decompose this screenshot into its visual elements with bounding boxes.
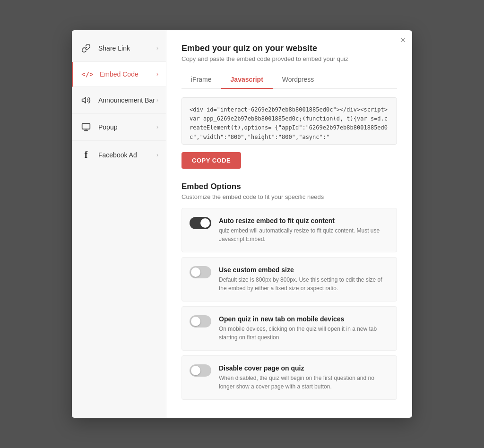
embed-options-description: Customize the embed code to fit your spe… <box>182 193 397 200</box>
option-item-disable-cover: Disable cover page on quiz When disabled… <box>182 355 397 400</box>
option-label-custom-size: Use custom embed size <box>219 266 389 274</box>
option-desc-auto-resize: quiz embed will automatically resize to … <box>219 226 389 243</box>
svg-rect-1 <box>82 124 90 129</box>
toggle-track-new-tab <box>190 315 211 327</box>
chevron-icon: › <box>156 152 158 158</box>
toggle-new-tab[interactable] <box>190 315 211 327</box>
toggle-thumb-auto-resize <box>200 218 210 228</box>
close-button[interactable]: × <box>400 36 406 44</box>
sidebar-item-popup-label: Popup <box>98 123 156 131</box>
option-desc-custom-size: Default size is 800px by 800px. Use this… <box>219 276 389 293</box>
code-block: <div id="interact-6269e2b97eb8b8001885ed… <box>182 97 397 145</box>
copy-code-button[interactable]: COPY CODE <box>182 152 241 169</box>
embed-code-icon: </> <box>81 70 94 78</box>
sidebar-item-share-link-label: Share Link <box>98 44 156 52</box>
tab-javascript[interactable]: Javascript <box>221 71 273 88</box>
tab-bar: iFrame Javascript Wordpress <box>182 71 397 89</box>
sidebar-item-embed-code-label: Embed Code <box>100 70 156 78</box>
announcement-icon <box>79 95 93 105</box>
toggle-disable-cover[interactable] <box>190 364 211 377</box>
toggle-thumb-custom-size <box>191 267 200 277</box>
sidebar-item-announcement-bar-label: Announcement Bar <box>98 96 156 104</box>
option-desc-new-tab: On mobile devices, clicking on the quiz … <box>219 325 389 342</box>
chevron-icon: › <box>156 45 158 52</box>
main-content: × Embed your quiz on your website Copy a… <box>166 30 412 418</box>
option-item-auto-resize: Auto resize embed to fit quiz content qu… <box>182 208 397 252</box>
main-title: Embed your quiz on your website <box>182 43 397 53</box>
toggle-track-custom-size <box>190 266 211 278</box>
modal-overlay: Share Link › </> Embed Code › Announc <box>0 0 484 448</box>
embed-options-title: Embed Options <box>182 182 397 191</box>
sidebar: Share Link › </> Embed Code › Announc <box>72 30 166 418</box>
modal: Share Link › </> Embed Code › Announc <box>72 30 412 418</box>
toggle-auto-resize[interactable] <box>190 217 211 229</box>
option-text-new-tab: Open quiz in new tab on mobile devices O… <box>219 315 389 342</box>
options-list: Auto resize embed to fit quiz content qu… <box>182 208 397 400</box>
chevron-icon: › <box>156 71 158 78</box>
link-icon <box>79 43 93 53</box>
toggle-custom-size[interactable] <box>190 266 211 278</box>
option-label-auto-resize: Auto resize embed to fit quiz content <box>219 217 389 224</box>
option-label-new-tab: Open quiz in new tab on mobile devices <box>219 315 389 323</box>
sidebar-item-announcement-bar[interactable]: Announcement Bar › <box>72 87 166 114</box>
facebook-icon: f <box>79 149 93 160</box>
chevron-icon: › <box>156 124 158 130</box>
main-description: Copy and paste the embed code provded to… <box>182 55 397 62</box>
sidebar-item-popup[interactable]: Popup › <box>72 114 166 141</box>
toggle-thumb-disable-cover <box>191 366 200 375</box>
toggle-thumb-new-tab <box>191 317 200 326</box>
popup-icon <box>79 122 93 132</box>
toggle-track-disable-cover <box>190 364 211 377</box>
option-label-disable-cover: Disable cover page on quiz <box>219 364 389 372</box>
toggle-track-auto-resize <box>190 217 211 229</box>
option-desc-disable-cover: When disabled, the quiz will begin on th… <box>219 374 389 391</box>
tab-iframe[interactable]: iFrame <box>182 71 221 88</box>
option-text-auto-resize: Auto resize embed to fit quiz content qu… <box>219 217 389 243</box>
tab-wordpress[interactable]: Wordpress <box>273 71 323 88</box>
option-item-new-tab: Open quiz in new tab on mobile devices O… <box>182 306 397 351</box>
sidebar-item-facebook-ad-label: Facebook Ad <box>98 151 156 159</box>
option-text-custom-size: Use custom embed size Default size is 80… <box>219 266 389 293</box>
sidebar-item-facebook-ad[interactable]: f Facebook Ad › <box>72 141 166 169</box>
option-item-custom-size: Use custom embed size Default size is 80… <box>182 257 397 302</box>
svg-marker-0 <box>82 97 86 103</box>
sidebar-item-share-link[interactable]: Share Link › <box>72 35 166 62</box>
option-text-disable-cover: Disable cover page on quiz When disabled… <box>219 364 389 391</box>
chevron-icon: › <box>156 97 158 103</box>
sidebar-item-embed-code[interactable]: </> Embed Code › <box>72 62 166 87</box>
